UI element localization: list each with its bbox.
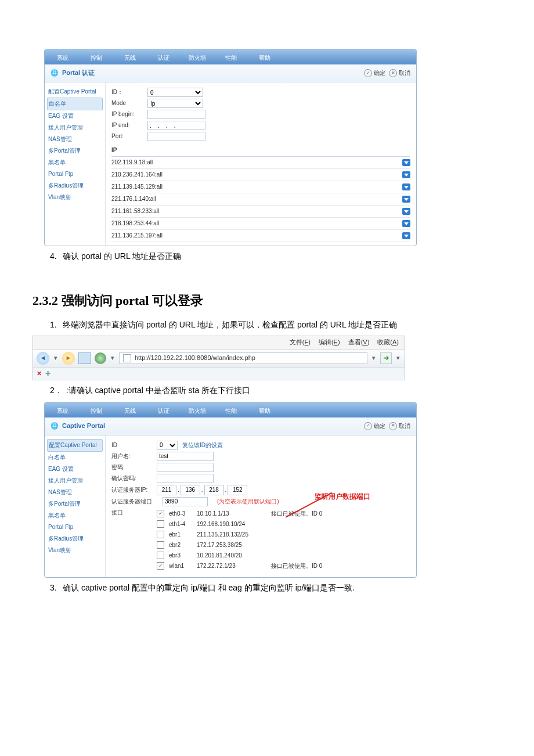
topnav-auth[interactable]: 认证 xyxy=(148,52,179,64)
sidebar-item[interactable]: 多Radius管理 xyxy=(47,533,103,545)
checkbox[interactable] xyxy=(157,531,164,538)
sidebar-item[interactable]: 多Portal管理 xyxy=(47,145,103,157)
ip-end-input[interactable] xyxy=(147,121,205,130)
sidebar-item[interactable]: Vlan映射 xyxy=(47,192,103,203)
topnav-wlan[interactable]: 无线 xyxy=(114,405,146,417)
back-dropdown[interactable]: ▾ xyxy=(53,353,59,363)
topnav-help[interactable]: 帮助 xyxy=(249,405,280,417)
screenshot-panel-2: 系统 控制 无线 认证 防火墙 性能 帮助 🌐 Captive Portal ✓… xyxy=(44,402,417,578)
ok-button[interactable]: ✓确定 xyxy=(364,69,385,78)
checkbox[interactable] xyxy=(157,541,164,549)
authip-label: 认证服务器IP: xyxy=(111,485,152,495)
topnav-fw[interactable]: 防火墙 xyxy=(182,52,213,64)
topnav-auth[interactable]: 认证 xyxy=(148,405,179,417)
password-confirm-input[interactable] xyxy=(157,474,214,483)
sidebar-item[interactable]: Portal Ftp xyxy=(47,521,103,533)
sidebar-item[interactable]: 白名单 xyxy=(47,452,103,463)
sidebar-item[interactable]: Vlan映射 xyxy=(47,545,103,556)
panel-title: Captive Portal xyxy=(62,421,105,431)
ip-row: 211.161.58.233:all xyxy=(111,206,410,218)
checkbox[interactable] xyxy=(157,552,164,559)
menu-view[interactable]: 查看(V) xyxy=(348,337,370,348)
iface-label: 接口 xyxy=(111,508,152,517)
topnav-ctrl[interactable]: 控制 xyxy=(81,405,112,417)
topnav-wlan[interactable]: 无线 xyxy=(114,52,146,64)
screenshot-panel-1: 系统 控制 无线 认证 防火墙 性能 帮助 🌐 Portal 认证 ✓确定 ✕取… xyxy=(44,49,417,246)
chevron-down-icon[interactable] xyxy=(402,196,410,203)
auth-ip-input[interactable]: . . . xyxy=(157,485,247,495)
chevron-down-icon[interactable] xyxy=(402,159,410,166)
sidebar-item[interactable]: EAG 设置 xyxy=(47,463,103,475)
menu-fav[interactable]: 收藏(A) xyxy=(377,337,399,348)
chevron-down-icon[interactable] xyxy=(402,232,410,239)
cancel-button[interactable]: ✕取消 xyxy=(389,69,410,78)
user-input[interactable] xyxy=(157,452,214,461)
panel1-sidebar: 配置Captive Portal 白名单 EAG 设置 接入用户管理 NAS管理… xyxy=(45,82,106,246)
checkbox[interactable] xyxy=(157,520,164,528)
page-icon xyxy=(123,354,131,362)
sidebar-item[interactable]: 配置Captive Portal xyxy=(47,439,103,452)
ip-row: 211.136.215.197:all xyxy=(111,230,410,242)
sidebar-item[interactable]: NAS管理 xyxy=(47,487,103,498)
port-input[interactable] xyxy=(147,132,205,141)
topnav-help[interactable]: 帮助 xyxy=(249,52,280,64)
address-dropdown[interactable]: ▾ xyxy=(371,353,377,363)
app-topnav: 系统 控制 无线 认证 防火墙 性能 帮助 xyxy=(45,402,416,417)
id-select[interactable]: 0 xyxy=(157,441,178,450)
chevron-down-icon[interactable] xyxy=(402,208,410,215)
go-dropdown[interactable]: ▾ xyxy=(395,353,401,363)
sidebar-item[interactable]: NAS管理 xyxy=(47,134,103,145)
panel-titlebar: 🌐 Captive Portal ✓确定 ✕取消 xyxy=(45,417,416,435)
ip-begin-input[interactable] xyxy=(147,110,205,119)
topnav-fw[interactable]: 防火墙 xyxy=(182,405,213,417)
id-select[interactable]: 0 xyxy=(147,88,203,97)
new-tab-icon[interactable]: ✚ xyxy=(45,369,50,379)
topnav-sys[interactable]: 系统 xyxy=(47,52,78,64)
sidebar-item[interactable]: EAG 设置 xyxy=(47,110,103,122)
sidebar-item[interactable]: 接入用户管理 xyxy=(47,122,103,134)
close-tab-icon[interactable]: ✕ xyxy=(37,369,42,379)
section-heading: 2.3.2 强制访问 portal 可以登录 xyxy=(33,290,501,311)
iface-row: ebr1211.135.218.132/25 xyxy=(157,530,322,539)
topnav-perf[interactable]: 性能 xyxy=(215,405,247,417)
back-icon[interactable]: ◄ xyxy=(37,352,49,365)
chevron-down-icon[interactable] xyxy=(402,220,410,227)
globe-icon[interactable] xyxy=(95,352,106,364)
chevron-down-icon[interactable] xyxy=(402,183,410,190)
address-bar[interactable]: http://120.192.22.100:8080/wlan/index.ph… xyxy=(119,352,367,364)
topnav-perf[interactable]: 性能 xyxy=(215,52,247,64)
mode-select[interactable]: Ip xyxy=(147,99,203,108)
sidebar-item[interactable]: Portal Ftp xyxy=(47,168,103,180)
globe-icon: 🌐 xyxy=(50,421,59,431)
ok-button[interactable]: ✓确定 xyxy=(364,422,385,431)
mode-label: Mode xyxy=(111,99,143,108)
sidebar-item[interactable]: 接入用户管理 xyxy=(47,475,103,487)
sidebar-item[interactable]: 黑名单 xyxy=(47,510,103,521)
window-icon[interactable] xyxy=(78,352,91,364)
checkbox[interactable]: ✓ xyxy=(157,510,164,517)
ip-row: 210.236.241.164:all xyxy=(111,169,410,181)
topnav-sys[interactable]: 系统 xyxy=(47,405,78,417)
reset-id-link[interactable]: 复位该ID的设置 xyxy=(182,441,223,450)
globe-dropdown[interactable]: ▾ xyxy=(110,353,116,363)
topnav-ctrl[interactable]: 控制 xyxy=(81,52,112,64)
sidebar-item[interactable]: 黑名单 xyxy=(47,157,103,168)
auth-port-input[interactable] xyxy=(163,497,208,506)
iface-row: eth1-4192.168.190.10/24 xyxy=(157,520,322,529)
port-note: (为空表示使用默认端口) xyxy=(217,497,279,506)
go-button[interactable]: ➔ xyxy=(380,352,392,364)
authport-label: 认证服务器端口 xyxy=(111,497,158,506)
sidebar-item[interactable]: 白名单 xyxy=(47,98,103,110)
iface-row: ebr310.201.81.240/20 xyxy=(157,551,322,560)
chevron-down-icon[interactable] xyxy=(402,171,410,178)
ipbegin-label: IP begin: xyxy=(111,110,143,119)
sidebar-item[interactable]: 配置Captive Portal xyxy=(47,86,103,98)
cancel-button[interactable]: ✕取消 xyxy=(389,422,410,431)
password-input[interactable] xyxy=(157,463,214,472)
forward-icon[interactable]: ► xyxy=(62,352,75,365)
sidebar-item[interactable]: 多Radius管理 xyxy=(47,180,103,192)
menu-file[interactable]: 文件(F) xyxy=(290,337,311,348)
checkbox[interactable]: ✓ xyxy=(157,562,164,570)
menu-edit[interactable]: 编辑(E) xyxy=(319,337,340,348)
sidebar-item[interactable]: 多Portal管理 xyxy=(47,498,103,510)
